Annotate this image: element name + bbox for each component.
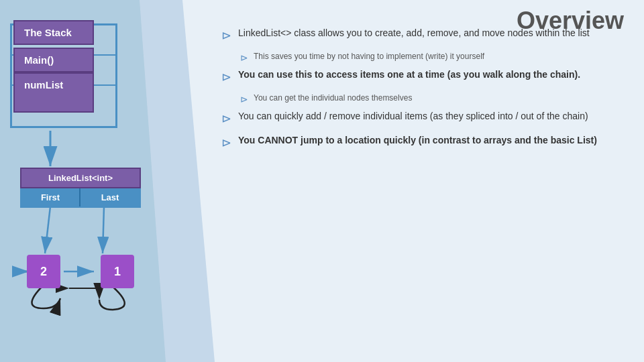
main-box: Main() [13,48,94,72]
bullet-icon-1: ⊳ [221,28,231,43]
sub-bullet-icon-2: ⊳ [240,94,248,105]
bullet-icon-4: ⊳ [221,135,231,150]
first-label: First [21,188,80,206]
sub-bullet-2: ⊳ You can get the individual nodes thems… [240,93,631,105]
nodes-container: 2 1 [27,255,134,288]
node-1: 1 [101,255,134,288]
right-panel: ⊳ LinkedList<> class allows you to creat… [221,27,631,158]
linkedlist-label: LinkedList<int> [20,168,141,188]
bullet-1: ⊳ LinkedList<> class allows you to creat… [221,27,631,43]
last-label: Last [80,188,140,206]
linkedlist-container: LinkedList<int> First Last [20,168,141,208]
bullet-4: ⊳ You CANNOT jump to a location quickly … [221,134,631,150]
stack-label-box: The Stack [13,20,94,45]
bullet-icon-3: ⊳ [221,111,231,126]
bullet-icon-2: ⊳ [221,70,231,84]
numlist-box: numList [13,72,94,113]
bullet-3: ⊳ You can quickly add / remove individua… [221,110,631,126]
linkedlist-row: First Last [20,188,141,208]
node-2: 2 [27,255,60,288]
left-panel: The Stack Main() numList [13,20,201,113]
bullet-2: ⊳ You can use this to access items one a… [221,68,631,84]
sub-bullet-icon-1: ⊳ [240,52,248,63]
sub-bullet-1: ⊳ This saves you time by not having to i… [240,51,631,63]
